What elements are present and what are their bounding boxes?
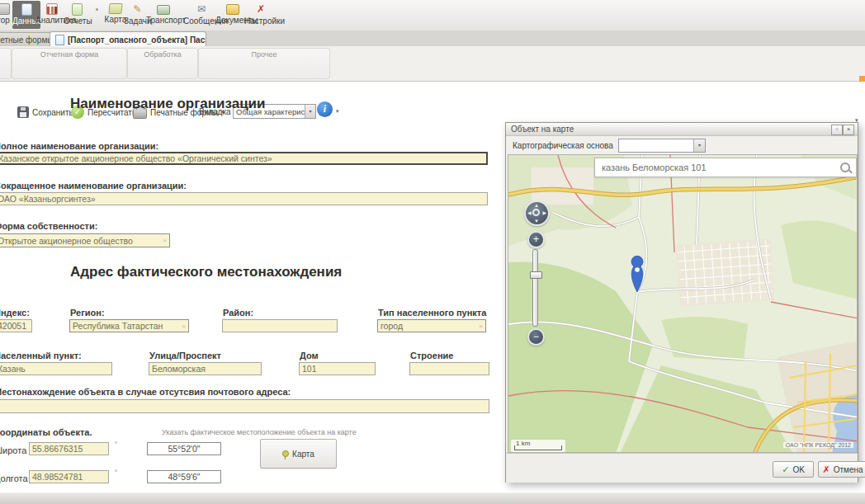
no-address-label: Местонахождение объекта в случае отсутсв… xyxy=(0,387,291,397)
short-name-input[interactable] xyxy=(0,192,488,205)
street-input[interactable] xyxy=(149,362,262,375)
pin-icon xyxy=(282,450,289,457)
reports-icon xyxy=(72,3,83,16)
map-copyright: ОАО "НПК РЕКОД" 2012 xyxy=(783,442,853,448)
pan-control[interactable]: ▲ ▼ ◀ ▶ xyxy=(524,200,550,226)
map-button[interactable]: Карта xyxy=(260,439,337,469)
pan-right-icon[interactable]: ▶ xyxy=(542,210,546,215)
clear-icon[interactable]: × xyxy=(479,323,483,330)
zoom-slider[interactable] xyxy=(532,249,538,327)
section-title-organization: Наименование организации xyxy=(70,96,266,112)
region-value: Республика Татарстан xyxy=(73,321,163,331)
index-input[interactable] xyxy=(0,319,32,332)
map-search-input[interactable] xyxy=(595,158,856,177)
check-icon: ✓ xyxy=(782,464,789,475)
settlement-type-label: Тип населенного пункта xyxy=(378,308,486,318)
toolbar-separator-dot xyxy=(96,8,98,11)
toolbar-item-label: тор xyxy=(0,16,10,25)
chevron-down-icon[interactable]: ▾ xyxy=(336,108,339,115)
index-label: Индекс: xyxy=(0,308,30,318)
map-scale-bar: 1 km xyxy=(511,440,565,452)
settlement-input[interactable] xyxy=(0,362,112,375)
map-icon xyxy=(108,3,122,14)
window-edge-fragment xyxy=(859,76,865,82)
full-name-input[interactable] xyxy=(0,152,488,165)
maximize-icon[interactable]: ▫ xyxy=(831,125,843,135)
region-combobox[interactable]: Республика Татарстан × xyxy=(69,319,189,332)
ok-button[interactable]: ✓ OK xyxy=(773,461,814,478)
ownership-label: Форма собственности: xyxy=(0,221,97,231)
map-button-label: Карта xyxy=(292,450,314,459)
zoom-out-button[interactable]: − xyxy=(527,328,545,346)
latitude-label: Широта xyxy=(0,445,26,455)
toolbar-item-label: Отчеты xyxy=(64,16,92,26)
house-label: Дом xyxy=(300,351,319,360)
clear-icon[interactable]: × xyxy=(182,323,186,330)
no-address-input[interactable] xyxy=(0,399,489,413)
ribbon-group-title: Отчетная форма xyxy=(12,50,126,59)
status-bar xyxy=(0,492,865,504)
ribbon-group-title: Прочее xyxy=(199,50,329,59)
tab-report-forms[interactable]: четные формы × xyxy=(0,32,54,46)
info-button[interactable]: i xyxy=(317,101,333,117)
ribbon-group-title: Обработка xyxy=(128,50,197,59)
pan-down-icon[interactable]: ▼ xyxy=(534,219,539,224)
clear-icon[interactable]: × xyxy=(163,237,167,244)
map-canvas[interactable]: ▲ ▼ ◀ ▶ + − 1 km ОАО "НПК РЕКОД" 2012 xyxy=(508,154,858,453)
ribbon-group-other: Прочее xyxy=(198,48,330,79)
short-name-label: Сокращенное наименование организации: xyxy=(0,181,187,191)
toolbar-item-reports[interactable]: Отчеты xyxy=(64,1,90,29)
house-input[interactable] xyxy=(299,362,376,375)
building-label: Строение xyxy=(410,351,453,360)
section-title-address: Адрес фактического местонахождения xyxy=(70,264,342,280)
tab-label: [Паспорт_опасного_объекта] Паспорт оп... xyxy=(68,35,206,45)
ribbon: Отчетная форма Обработка Прочее Сохранит… xyxy=(0,46,865,82)
coordinates-title: Координаты объекта. xyxy=(0,427,92,437)
ribbon-group-processing: Обработка xyxy=(127,48,198,79)
full-name-label: Полное наименование организации: xyxy=(0,141,158,151)
building-input[interactable] xyxy=(409,362,489,375)
document-icon xyxy=(55,35,64,45)
toolbar-item-label: Транспорт xyxy=(146,16,186,25)
cancel-label: Отмена xyxy=(834,465,863,474)
zoom-in-button[interactable]: + xyxy=(527,231,545,248)
longitude-input[interactable] xyxy=(29,470,109,483)
search-icon[interactable] xyxy=(840,163,850,172)
district-input[interactable] xyxy=(222,319,338,332)
basemap-label: Картографическая основа xyxy=(513,141,613,150)
application-window: тор Данные Аналитика Отчеты Карта ✎ Зада… xyxy=(0,0,865,504)
scale-line xyxy=(514,445,562,450)
map-hint-label: Указать фактическое местоположение объек… xyxy=(162,428,357,436)
basemap-combobox[interactable]: ▾ xyxy=(618,139,706,153)
pan-up-icon[interactable]: ▲ xyxy=(534,203,539,208)
ribbon-group-report-form: Отчетная форма xyxy=(12,48,127,79)
close-icon[interactable]: × xyxy=(843,125,854,135)
cancel-button[interactable]: ✗ Отмена xyxy=(818,461,865,478)
toolbar-item-label: Настройки xyxy=(244,16,285,26)
tab-label: четные формы xyxy=(0,35,53,45)
chevron-down-icon[interactable]: ▾ xyxy=(305,105,315,118)
settlement-type-value: город xyxy=(381,321,403,331)
latitude-input[interactable] xyxy=(29,442,109,455)
zoom-slider-handle[interactable] xyxy=(530,271,542,279)
toolbar-item-messages[interactable]: ✉ Сообщения xyxy=(183,1,220,29)
monitor-icon xyxy=(0,3,10,15)
settlement-type-combobox[interactable]: город × xyxy=(377,319,486,332)
ownership-combobox[interactable]: Открытое акционерное общество × xyxy=(0,233,170,247)
map-search-box[interactable] xyxy=(594,158,857,177)
data-icon xyxy=(21,3,32,16)
ribbon-group-partial xyxy=(0,48,12,79)
dialog-titlebar[interactable]: Объект на карте xyxy=(506,123,858,136)
settings-icon: ✗ xyxy=(255,3,267,16)
chevron-down-icon[interactable]: ▾ xyxy=(693,139,705,152)
degree-mark: ° xyxy=(115,440,117,448)
pan-left-icon[interactable]: ◀ xyxy=(527,210,532,215)
cross-icon: ✗ xyxy=(822,464,830,475)
toolbar-item-settings[interactable]: ✗ Настройки xyxy=(244,1,277,29)
dialog-footer: ✓ OK ✗ Отмена xyxy=(506,453,858,483)
ownership-value: Открытое акционерное общество xyxy=(0,236,133,246)
truck-icon xyxy=(157,5,170,15)
dialog-controls-row: Картографическая основа ▾ xyxy=(506,136,858,154)
toolbar-item-transport[interactable]: Транспорт xyxy=(146,1,181,29)
tab-passport-object[interactable]: [Паспорт_опасного_объекта] Паспорт оп...… xyxy=(50,31,206,47)
